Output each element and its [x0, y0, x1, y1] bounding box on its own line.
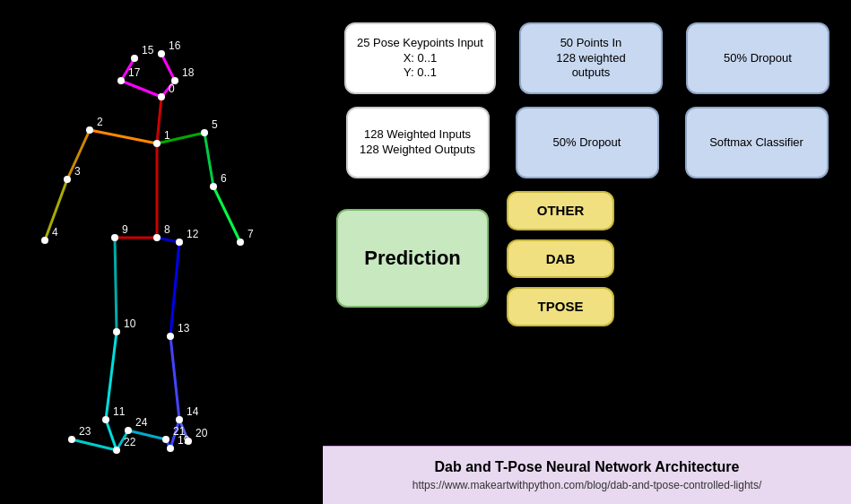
softmax-label: Softmax Classifier	[709, 135, 803, 151]
nn-row-1: 25 Pose Keypoints Input X: 0..1 Y: 0..1 …	[336, 22, 838, 94]
output-tpose: TPOSE	[507, 287, 614, 326]
dropout1-box: 50% Dropout	[686, 22, 829, 94]
nn-row-2: 128 Weighted Inputs 128 Weighted Outputs…	[336, 107, 838, 178]
dropout2-box: 50% Dropout	[516, 107, 659, 178]
softmax-box: Softmax Classifier	[685, 107, 829, 178]
output-other: OTHER	[507, 191, 614, 230]
input-box: 25 Pose Keypoints Input X: 0..1 Y: 0..1	[344, 22, 496, 94]
output-dab: DAB	[507, 239, 614, 279]
output-dab-label: DAB	[546, 250, 576, 268]
footer-url: https://www.makeartwithpython.com/blog/d…	[341, 479, 833, 491]
output-other-label: OTHER	[537, 202, 585, 220]
footer-title: Dab and T-Pose Neural Network Architectu…	[341, 459, 833, 475]
points-in-label: 50 Points In 128 weighted outputs	[556, 36, 625, 82]
weighted-box: 128 Weighted Inputs 128 Weighted Outputs	[346, 107, 490, 178]
footer: Dab and T-Pose Neural Network Architectu…	[323, 446, 851, 504]
dropout2-label: 50% Dropout	[553, 135, 621, 151]
skeleton-panel	[0, 0, 323, 504]
nn-panel: 25 Pose Keypoints Input X: 0..1 Y: 0..1 …	[323, 0, 851, 504]
output-tpose-label: TPOSE	[538, 298, 584, 316]
prediction-row: Prediction OTHER DAB TPOSE	[336, 191, 838, 326]
output-labels: OTHER DAB TPOSE	[507, 191, 614, 326]
weighted-label: 128 Weighted Inputs 128 Weighted Outputs	[360, 127, 475, 158]
prediction-label: Prediction	[364, 246, 461, 272]
points-in-box: 50 Points In 128 weighted outputs	[519, 22, 663, 94]
dropout1-label: 50% Dropout	[724, 51, 792, 66]
skeleton-canvas	[0, 0, 323, 504]
input-box-label: 25 Pose Keypoints Input X: 0..1 Y: 0..1	[357, 36, 483, 82]
prediction-box: Prediction	[336, 209, 489, 308]
